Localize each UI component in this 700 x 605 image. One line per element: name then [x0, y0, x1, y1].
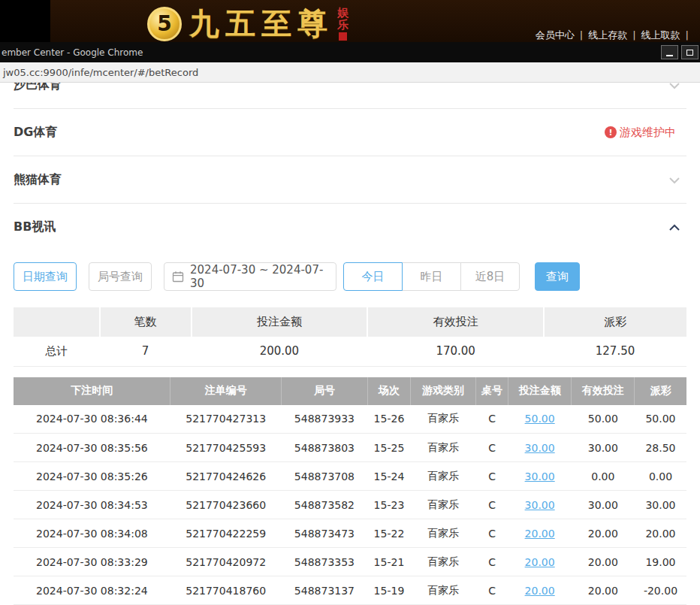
- cell-bet-amount: 50.00: [508, 405, 572, 434]
- cell-game-type: 百家乐: [411, 405, 476, 434]
- logo-seal: [339, 32, 347, 41]
- bet-amount-link[interactable]: 30.00: [525, 442, 555, 454]
- nav-link[interactable]: 线上取款: [641, 29, 680, 41]
- section-label: 熊猫体育: [14, 172, 62, 188]
- section-label: BB视讯: [14, 219, 56, 235]
- top-nav: 会员中心|线上存款|线上取款|: [536, 29, 694, 42]
- bet-amount-link[interactable]: 30.00: [525, 470, 555, 482]
- bet-row: 2024-07-30 08:32:24521770418760548873137…: [14, 576, 686, 605]
- cell-bet-time: 2024-07-30 08:35:26: [14, 462, 170, 491]
- filter-toolbar: 日期查询 局号查询 2024-07-30 ~ 2024-07-30 今日 昨日 …: [14, 262, 686, 291]
- cell-table-no: C: [476, 462, 508, 491]
- minimize-icon: [666, 55, 673, 56]
- today-button[interactable]: 今日: [343, 262, 403, 291]
- summary-total-row: 总计 7 200.00 170.00 127.50: [14, 337, 686, 366]
- cell-valid-bet: 20.00: [572, 519, 635, 548]
- logo-sub-badge: 娱乐: [336, 7, 349, 41]
- chevron-down-icon: [668, 173, 680, 187]
- cell-bet-time: 2024-07-30 08:36:44: [14, 405, 170, 434]
- bet-amount-link[interactable]: 50.00: [525, 413, 555, 425]
- bet-row: 2024-07-30 08:35:56521770425593548873803…: [14, 434, 686, 462]
- section-label: DG体育: [14, 125, 57, 141]
- cell-valid-bet: 20.00: [572, 576, 635, 605]
- window-title: ember Center - Google Chrome: [2, 47, 143, 58]
- bet-row: 2024-07-30 08:34:08521770422259548873473…: [14, 519, 686, 548]
- maintenance-badge: ! 游戏维护中: [605, 126, 676, 140]
- summary-header-blank: [14, 307, 100, 337]
- summary-table: 笔数 投注金额 有效投注 派彩 总计 7 200.00 170.00 127.5…: [14, 307, 686, 367]
- date-range-value: 2024-07-30 ~ 2024-07-30: [190, 263, 328, 290]
- cell-bet-time: 2024-07-30 08:32:24: [14, 576, 170, 605]
- bet-amount-link[interactable]: 20.00: [525, 556, 555, 568]
- col-valid-bet: 有效投注: [572, 377, 635, 405]
- cell-round-no: 548873582: [282, 491, 368, 519]
- coin-icon: 5: [147, 7, 182, 41]
- cell-payout: 20.00: [635, 519, 686, 548]
- cell-bet-time: 2024-07-30 08:33:29: [14, 548, 170, 576]
- address-bar[interactable]: jw05.cc:9900/infe/mcenter/#/betRecord: [0, 62, 700, 83]
- section-saba-sports[interactable]: 沙巴体育: [14, 83, 686, 109]
- cell-session: 15-19: [367, 576, 410, 605]
- cell-valid-bet: 0.00: [572, 462, 635, 491]
- cell-table-no: C: [476, 434, 508, 462]
- last8days-button[interactable]: 近8日: [460, 262, 520, 291]
- cell-table-no: C: [476, 491, 508, 519]
- cell-game-type: 百家乐: [411, 576, 476, 605]
- cell-bet-amount: 20.00: [508, 519, 572, 548]
- site-logo: 5 九五至尊 娱乐: [147, 3, 349, 42]
- bet-table-body: 2024-07-30 08:36:44521770427313548873933…: [14, 405, 686, 605]
- window-controls: [661, 45, 698, 59]
- summary-header-count: 笔数: [100, 307, 192, 337]
- bet-amount-link[interactable]: 20.00: [525, 528, 555, 540]
- summary-header-bet: 投注金额: [192, 307, 368, 337]
- cell-table-no: C: [476, 576, 508, 605]
- cell-game-type: 百家乐: [411, 519, 476, 548]
- date-range-input[interactable]: 2024-07-30 ~ 2024-07-30: [164, 262, 336, 291]
- section-bb-video[interactable]: BB视讯: [14, 204, 686, 251]
- cell-valid-bet: 30.00: [572, 434, 635, 462]
- summary-header-row: 笔数 投注金额 有效投注 派彩: [14, 307, 686, 337]
- cell-game-type: 百家乐: [411, 462, 476, 491]
- cell-round-no: 548873803: [282, 434, 368, 462]
- cell-valid-bet: 20.00: [572, 548, 635, 576]
- cell-order-no: 521770423660: [170, 491, 282, 519]
- search-button[interactable]: 查询: [535, 262, 580, 291]
- cell-order-no: 521770418760: [170, 576, 282, 605]
- url-text: jw05.cc:9900/infe/mcenter/#/betRecord: [3, 67, 198, 78]
- cell-order-no: 521770424626: [170, 462, 282, 491]
- cell-session: 15-22: [367, 519, 410, 548]
- cell-game-type: 百家乐: [411, 548, 476, 576]
- cell-payout: 28.50: [635, 434, 686, 462]
- round-query-button[interactable]: 局号查询: [89, 262, 152, 291]
- cell-session: 15-26: [367, 405, 410, 434]
- screen: 5 九五至尊 娱乐 会员中心|线上存款|线上取款| ember Center -…: [0, 0, 700, 605]
- bet-amount-link[interactable]: 20.00: [525, 585, 555, 597]
- section-dg-sports[interactable]: DG体育 ! 游戏维护中: [14, 109, 686, 156]
- bet-amount-link[interactable]: 30.00: [525, 499, 555, 511]
- cell-order-no: 521770425593: [170, 434, 282, 462]
- nav-link[interactable]: 会员中心: [536, 29, 575, 41]
- cell-table-no: C: [476, 548, 508, 576]
- cell-bet-amount: 20.00: [508, 576, 572, 605]
- cell-bet-amount: 30.00: [508, 434, 572, 462]
- cell-session: 15-23: [367, 491, 410, 519]
- maximize-button[interactable]: [681, 45, 698, 59]
- cell-round-no: 548873353: [282, 548, 368, 576]
- nav-separator: |: [632, 29, 635, 41]
- col-bet-time: 下注时间: [14, 377, 170, 405]
- section-panda-sports[interactable]: 熊猫体育: [14, 156, 686, 204]
- cell-bet-amount: 30.00: [508, 462, 572, 491]
- bet-record-page: 沙巴体育 DG体育 ! 游戏维护中 熊猫体育 BB视讯 日期查询: [0, 83, 700, 605]
- cell-valid-bet: 50.00: [572, 405, 635, 434]
- summary-header-payout: 派彩: [544, 307, 686, 337]
- nav-link[interactable]: 线上存款: [588, 29, 627, 41]
- cell-bet-time: 2024-07-30 08:34:53: [14, 491, 170, 519]
- banner-dark-block: [0, 0, 50, 42]
- yesterday-button[interactable]: 昨日: [402, 262, 461, 291]
- minimize-button[interactable]: [661, 45, 678, 59]
- col-session: 场次: [367, 377, 410, 405]
- date-query-button[interactable]: 日期查询: [14, 262, 77, 291]
- col-bet-amount: 投注金额: [508, 377, 572, 405]
- cell-round-no: 548873708: [282, 462, 368, 491]
- cell-round-no: 548873933: [282, 405, 368, 434]
